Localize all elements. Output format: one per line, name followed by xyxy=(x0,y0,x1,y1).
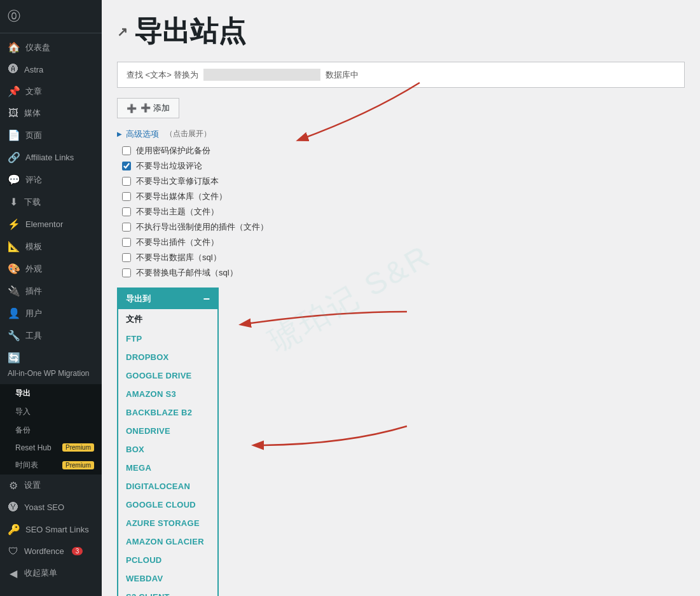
sidebar-item-label: Wordfence xyxy=(24,546,64,556)
sidebar-item-dashboard[interactable]: 🏠 仪表盘 xyxy=(0,36,102,59)
export-item-google-drive[interactable]: GOOGLE DRIVE xyxy=(118,366,217,385)
sidebar-item-users[interactable]: 👤 用户 xyxy=(0,302,102,324)
checkbox-no-media[interactable] xyxy=(122,192,131,201)
submenu-timeline-label: 时间表 xyxy=(15,460,38,471)
export-item-webdav[interactable]: WEBDAV xyxy=(118,569,217,588)
sidebar-item-affiliate-links[interactable]: 🔗 Affiliate Links xyxy=(0,146,102,169)
sidebar-item-downloads[interactable]: ⬇ 下载 xyxy=(0,191,102,213)
submenu-export-label: 导出 xyxy=(15,388,31,399)
sidebar-item-astra[interactable]: 🅐 Astra xyxy=(0,59,102,80)
export-box-header: 导出到 − xyxy=(118,289,217,309)
sidebar-item-templates[interactable]: 📐 模板 xyxy=(0,235,102,258)
sidebar-item-label: 模板 xyxy=(25,241,42,253)
triangle-icon: ▶ xyxy=(117,130,122,137)
export-item-digitalocean[interactable]: DIGITALOCEAN xyxy=(118,477,217,496)
yoast-icon: 🅨 xyxy=(8,502,19,513)
checkbox-password[interactable] xyxy=(122,146,131,155)
export-item-glacier[interactable]: AMAZON GLACIER xyxy=(118,532,217,551)
sidebar-item-posts[interactable]: 📌 文章 xyxy=(0,80,102,102)
sidebar-item-label: 外观 xyxy=(25,263,42,275)
export-item-s3-client[interactable]: S3 CLIENT xyxy=(118,588,217,597)
submenu-backup-label: 备份 xyxy=(15,425,31,436)
page-title: 导出站点 xyxy=(134,13,246,50)
sidebar-item-label: 下载 xyxy=(24,197,41,208)
submenu-item-timeline[interactable]: 时间表 Premium xyxy=(8,456,102,475)
sidebar-item-appearance[interactable]: 🎨 外观 xyxy=(0,258,102,280)
sidebar-item-comments[interactable]: 💬 评论 xyxy=(0,169,102,191)
sidebar-item-seo-smart-links[interactable]: 🔑 SEO Smart Links xyxy=(0,518,102,541)
main-content: ↗ 导出站点 查找 <文本> 替换为 数据库中 ➕ ➕ 添加 ▶ 高级选项 （点… xyxy=(102,0,700,596)
export-item-azure[interactable]: AZURE STORAGE xyxy=(118,514,217,532)
export-item-backblaze[interactable]: BACKBLAZE B2 xyxy=(118,403,217,422)
advanced-section: ▶ 高级选项 （点击展开） 使用密码保护此备份 不要导出垃圾评论 不要导出文章修… xyxy=(117,127,685,279)
export-gcloud-label: GOOGLE CLOUD xyxy=(126,500,196,509)
sidebar-item-label: 工具 xyxy=(25,330,42,342)
advanced-options-group: 使用密码保护此备份 不要导出垃圾评论 不要导出文章修订版本 不要导出媒体库（文件… xyxy=(117,145,685,279)
submenu-item-export[interactable]: 导出 xyxy=(8,384,102,403)
sidebar-item-label: 插件 xyxy=(25,286,42,297)
label-no-revisions: 不要导出文章修订版本 xyxy=(136,176,219,187)
sidebar-item-label: 设置 xyxy=(24,480,41,491)
export-box-label: BOX xyxy=(126,445,144,454)
export-s3client-label: S3 CLIENT xyxy=(126,592,170,597)
export-gdrive-label: GOOGLE DRIVE xyxy=(126,371,192,380)
submenu-item-import[interactable]: 导入 xyxy=(8,403,102,421)
export-item-dropbox[interactable]: DROPBOX xyxy=(118,348,217,366)
dashboard-icon: 🏠 xyxy=(8,41,20,53)
sidebar-item-label: 页面 xyxy=(25,130,42,141)
media-icon: 🖼 xyxy=(8,107,19,119)
checkbox-no-must-use[interactable] xyxy=(122,223,131,232)
sidebar-item-pages[interactable]: 📄 页面 xyxy=(0,124,102,146)
sidebar-item-media[interactable]: 🖼 媒体 xyxy=(0,102,102,124)
export-webdav-label: WEBDAV xyxy=(126,574,163,583)
checkbox-no-plugins[interactable] xyxy=(122,238,131,247)
sidebar-main-nav: 🏠 仪表盘 🅐 Astra 📌 文章 🖼 媒体 📄 页面 🔗 Affiliate… xyxy=(0,33,102,587)
export-item-pcloud[interactable]: PCLOUD xyxy=(118,551,217,569)
checkbox-no-revisions[interactable] xyxy=(122,177,131,186)
add-button[interactable]: ➕ ➕ 添加 xyxy=(117,98,179,118)
sidebar-item-label: Elementor xyxy=(25,219,63,229)
export-item-google-cloud[interactable]: GOOGLE CLOUD xyxy=(118,496,217,514)
export-item-box[interactable]: BOX xyxy=(118,440,217,459)
submenu-item-reset-hub[interactable]: Reset Hub Premium xyxy=(8,440,102,456)
seo-icon: 🔑 xyxy=(8,523,20,536)
export-item-onedrive[interactable]: ONEDRIVE xyxy=(118,422,217,440)
sidebar-item-all-in-one[interactable]: 🔄 All-in-One WP Migration xyxy=(0,347,102,384)
advanced-toggle[interactable]: ▶ 高级选项 （点击展开） xyxy=(117,128,211,140)
search-prefix: 查找 <文本> 替换为 xyxy=(127,69,198,81)
checkbox-no-db[interactable] xyxy=(122,253,131,262)
checkbox-no-themes[interactable] xyxy=(122,207,131,216)
sidebar-item-collapse[interactable]: ◀ 收起菜单 xyxy=(0,562,102,585)
collapse-box-button[interactable]: − xyxy=(203,293,210,305)
sidebar-item-settings[interactable]: ⚙ 设置 xyxy=(0,475,102,497)
comments-icon: 💬 xyxy=(8,174,20,186)
sidebar-item-label: Affiliate Links xyxy=(25,153,74,162)
sidebar-item-label: 文章 xyxy=(25,86,42,97)
sidebar-item-wordfence[interactable]: 🛡 Wordfence 3 xyxy=(0,541,102,562)
sidebar-item-elementor[interactable]: ⚡ Elementor xyxy=(0,213,102,235)
wordfence-icon: 🛡 xyxy=(8,546,19,557)
export-do-label: DIGITALOCEAN xyxy=(126,482,190,491)
page-title-row: ↗ 导出站点 xyxy=(117,13,685,50)
label-no-db: 不要导出数据库（sql） xyxy=(136,252,221,263)
export-item-ftp[interactable]: FTP xyxy=(118,329,217,348)
sidebar-item-plugins[interactable]: 🔌 插件 xyxy=(0,280,102,302)
export-item-amazon-s3[interactable]: AMAZON S3 xyxy=(118,385,217,403)
search-suffix: 数据库中 xyxy=(326,69,359,81)
sidebar-item-tools[interactable]: 🔧 工具 xyxy=(0,324,102,347)
sidebar-item-yoast[interactable]: 🅨 Yoast SEO xyxy=(0,497,102,518)
sidebar-logo: ⓪ xyxy=(0,0,102,33)
export-item-mega[interactable]: MEGA xyxy=(118,459,217,477)
label-no-media: 不要导出媒体库（文件） xyxy=(136,191,227,202)
checkbox-no-email[interactable] xyxy=(122,268,131,277)
option-no-email: 不要替换电子邮件域（sql） xyxy=(122,267,685,279)
search-input[interactable] xyxy=(203,69,320,81)
checkbox-no-spam[interactable] xyxy=(122,162,131,170)
export-azure-label: AZURE STORAGE xyxy=(126,518,200,528)
submenu-item-backup[interactable]: 备份 xyxy=(8,421,102,440)
sidebar-item-label: 仪表盘 xyxy=(25,42,50,53)
export-item-file[interactable]: 文件 xyxy=(118,309,217,329)
option-no-plugins: 不要导出插件（文件） xyxy=(122,237,685,248)
astra-icon: 🅐 xyxy=(8,64,19,75)
pages-icon: 📄 xyxy=(8,129,20,141)
